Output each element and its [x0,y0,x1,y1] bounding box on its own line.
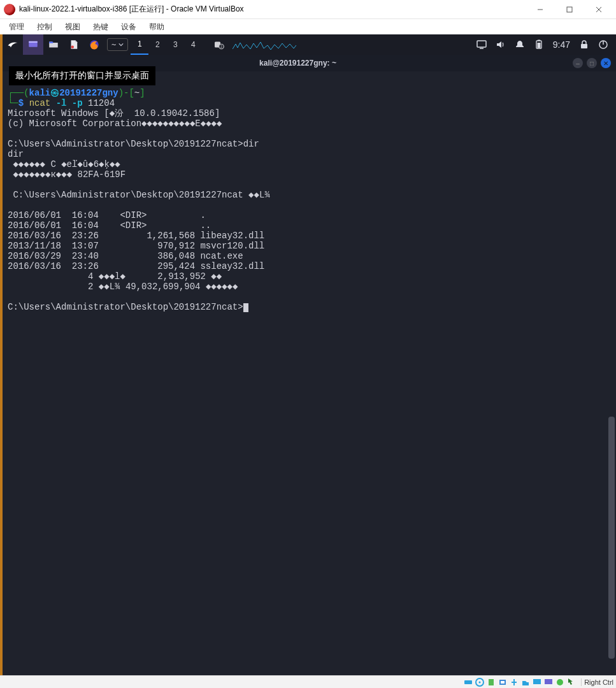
terminal-dropdown[interactable]: ~ [107,38,128,51]
svg-rect-23 [489,679,494,685]
lock-tray-icon[interactable] [579,39,589,50]
show-desktop-button[interactable] [23,34,43,55]
terminal-dropdown-label: ~ [111,40,116,49]
svg-text:2: 2 [220,45,222,48]
svg-rect-20 [464,680,472,684]
terminal-scrollbar[interactable] [608,417,615,659]
maximize-button[interactable] [555,0,584,19]
battery-tray-icon[interactable] [534,39,544,50]
sb-cd-icon[interactable] [475,677,485,687]
vb-menu-help[interactable]: 帮助 [144,20,169,34]
sb-hdd-icon[interactable] [463,677,473,687]
sb-mouse-icon[interactable] [566,677,577,687]
vb-menu-hotkey[interactable]: 热键 [88,20,113,34]
svg-rect-27 [545,679,552,684]
workspace-2[interactable]: 2 [148,34,166,55]
workspace-3[interactable]: 3 [166,34,184,55]
firefox-button[interactable] [84,34,104,55]
sb-record-icon[interactable] [555,677,565,687]
chevron-down-icon [118,42,124,47]
record-button[interactable]: 2 [208,34,229,55]
svg-point-22 [479,681,481,683]
svg-point-28 [557,679,563,685]
minimize-button[interactable] [526,0,555,19]
svg-point-7 [71,46,75,49]
svg-rect-6 [49,42,53,43]
workspace-switcher: 1 2 3 4 [131,34,202,55]
text-editor-button[interactable] [64,34,84,55]
window-title: kali-linux-2022.1-virtualbox-i386 [正在运行]… [19,4,244,15]
svg-rect-5 [29,41,38,43]
vb-menu-manage[interactable]: 管理 [4,20,29,34]
virtualbox-menubar: 管理 控制 视图 热键 设备 帮助 [0,19,616,34]
panel-tray: 9:47 [469,39,616,50]
svg-rect-25 [501,681,505,684]
clock[interactable]: 9:47 [553,39,570,50]
sb-usb-icon[interactable] [498,677,508,687]
svg-rect-16 [537,43,540,48]
sb-shared-icon[interactable] [520,677,531,687]
terminal-close-button[interactable]: ✕ [601,58,611,68]
sb-network-icon[interactable] [509,677,519,687]
hostkey-label: Right Ctrl [581,678,613,686]
display-tray-icon[interactable] [476,39,487,50]
terminal-output[interactable]: ┌──(kali㉿20191227gny)-[~] └─$ ncat -l -p… [3,85,616,315]
vb-menu-devices[interactable]: 设备 [116,20,141,34]
notifications-tray-icon[interactable] [515,39,525,50]
power-tray-icon[interactable] [598,39,608,50]
kali-menu-button[interactable] [3,34,23,55]
vb-menu-view[interactable]: 视图 [60,20,85,34]
terminal-minimize-button[interactable]: – [573,58,583,68]
svg-rect-17 [581,44,587,48]
file-manager-button[interactable] [43,34,64,55]
vm-display: ~ 1 2 3 4 2 9:47 [0,34,616,675]
terminal-window: kali@20191227gny: ~ – □ ✕ 文件 动作 编辑 查看 帮助… [3,55,616,675]
svg-rect-15 [538,40,540,41]
virtualbox-logo-icon [4,4,15,15]
close-button[interactable] [584,0,613,19]
cursor-icon [243,303,248,312]
virtualbox-titlebar: kali-linux-2022.1-virtualbox-i386 [正在运行]… [0,0,616,19]
svg-rect-1 [567,7,572,12]
virtualbox-statusbar: Right Ctrl [0,675,616,688]
terminal-scrollbar-thumb[interactable] [608,417,615,659]
tooltip: 最小化所有打开的窗口并显示桌面 [9,66,155,85]
sb-audio-icon[interactable] [486,677,496,687]
terminal-maximize-button[interactable]: □ [587,58,597,68]
sb-display-icon[interactable] [532,677,542,687]
volume-tray-icon[interactable] [496,39,506,50]
cpu-graph-icon [233,39,296,50]
workspace-1[interactable]: 1 [131,34,148,55]
sb-display2-icon[interactable] [543,677,554,687]
kali-panel: ~ 1 2 3 4 2 9:47 [3,34,616,55]
svg-rect-26 [533,679,541,684]
terminal-body[interactable]: ┌──(kali㉿20191227gny)-[~] └─$ ncat -l -p… [3,85,616,675]
workspace-4[interactable]: 4 [184,34,202,55]
svg-rect-12 [477,41,486,47]
vb-menu-control[interactable]: 控制 [32,20,57,34]
